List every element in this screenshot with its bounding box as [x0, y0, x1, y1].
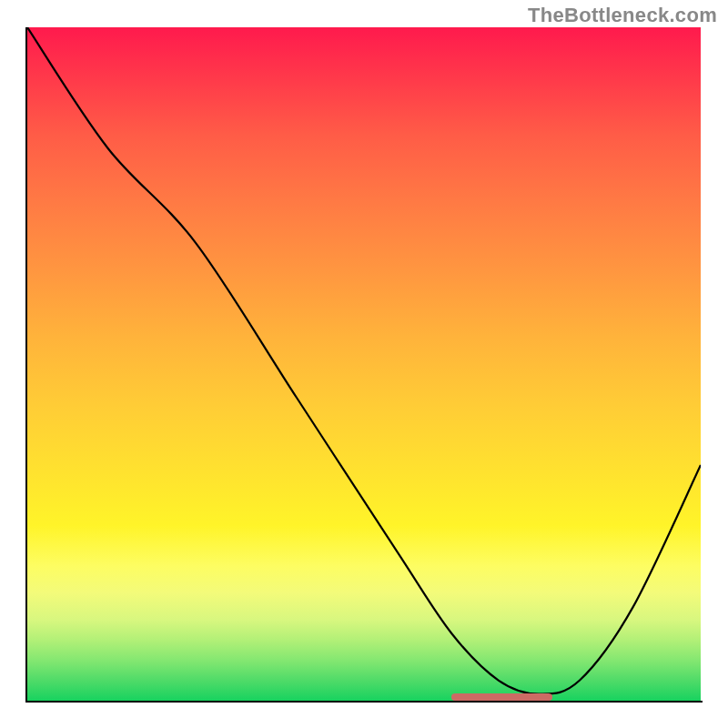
y-axis [25, 27, 27, 703]
plot-area [27, 27, 701, 701]
x-axis [25, 701, 703, 703]
watermark-text: TheBottleneck.com [528, 4, 717, 27]
bottleneck-curve [27, 27, 701, 701]
curve-path [27, 27, 701, 694]
chart-container: TheBottleneck.com [0, 0, 728, 728]
